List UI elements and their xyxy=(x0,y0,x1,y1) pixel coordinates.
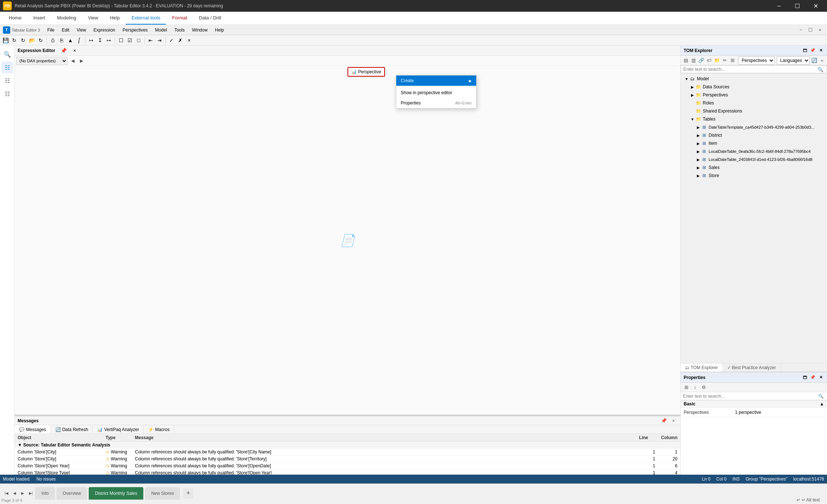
tab-macros[interactable]: ⚡ Macros xyxy=(144,425,174,434)
props-close-btn[interactable]: ✕ xyxy=(817,374,824,381)
menu-expression[interactable]: Expression xyxy=(91,27,118,33)
tree-toggle-store[interactable]: ▶ xyxy=(695,173,701,179)
toolbar-btn-align2[interactable]: ⇥ xyxy=(155,36,163,44)
tree-item-localdatetable1[interactable]: ▶ ⊞ LocalDateTable_0eafa36c-5fc2-4b6f-84… xyxy=(681,147,827,155)
window-controls[interactable]: – ☐ ✕ xyxy=(771,0,824,12)
menu-model[interactable]: Model xyxy=(152,27,170,33)
toolbar-btn-8[interactable]: ▲ xyxy=(66,36,74,44)
sidebar-icon-search[interactable]: 🔍 xyxy=(1,48,13,60)
page-nav-next[interactable]: ▶ xyxy=(19,488,26,499)
context-menu-create[interactable]: Create ▶ xyxy=(396,76,476,86)
tom-explorer-close-btn[interactable]: ✕ xyxy=(817,47,824,54)
tom-explorer-dock-btn[interactable]: 🗔 xyxy=(801,47,808,54)
messages-header-btns[interactable]: 📌 × xyxy=(660,417,677,425)
group-toggle[interactable]: ▼ xyxy=(18,442,22,448)
tree-toggle-model[interactable]: ▼ xyxy=(684,76,690,82)
page-nav-first[interactable]: |◀ xyxy=(3,488,10,499)
tree-toggle-tables[interactable]: ▼ xyxy=(690,116,695,122)
add-page-button[interactable]: + xyxy=(183,488,193,499)
toolbar-btn-13[interactable]: ☐ xyxy=(117,36,125,44)
tab-data-refresh[interactable]: 🔄 Data Refresh xyxy=(51,425,93,434)
tom-btn-columns[interactable]: ⊞ xyxy=(729,56,736,65)
sidebar-icon-grid[interactable]: ☷ xyxy=(1,62,13,73)
toolbar-btn-3[interactable]: ↻ xyxy=(19,36,27,44)
tab-format[interactable]: Format xyxy=(166,12,193,25)
menu-window[interactable]: Window xyxy=(189,27,211,33)
tree-item-perspectives[interactable]: ▶ 📁 Perspectives xyxy=(681,91,827,99)
perspective-context-trigger[interactable]: 📊 Perspective xyxy=(348,67,385,77)
minimize-button[interactable]: – xyxy=(771,0,787,12)
context-menu-properties[interactable]: Properties Alt+Enter xyxy=(396,98,476,108)
tab-new-stores[interactable]: New Stores xyxy=(145,487,180,500)
tab-overview[interactable]: Overview xyxy=(56,487,87,500)
tom-search-input[interactable] xyxy=(683,67,815,72)
tree-item-datetabletemplate[interactable]: ▶ ⊞ DateTableTemplate_ca45d427-b349-4299… xyxy=(681,123,827,131)
tab-messages[interactable]: 💬 Messages xyxy=(15,425,51,434)
tree-item-district[interactable]: ▶ ⊞ District xyxy=(681,131,827,139)
page-nav-last[interactable]: ▶| xyxy=(27,488,34,499)
props-dock-btn[interactable]: 🗔 xyxy=(801,374,808,381)
tom-btn-3[interactable]: 🔗 xyxy=(698,56,705,65)
tom-tab-explorer[interactable]: 🗂 TOM Explorer xyxy=(681,364,723,372)
toolbar-btn-1[interactable]: 💾 xyxy=(1,36,10,44)
tree-item-store[interactable]: ▶ ⊞ Store xyxy=(681,172,827,180)
tree-toggle-district[interactable]: ▶ xyxy=(695,132,701,138)
tree-toggle-ldt2[interactable]: ▶ xyxy=(695,157,701,162)
menu-help[interactable]: Help xyxy=(212,27,227,33)
te-minimize-btn[interactable]: − xyxy=(797,26,805,34)
tree-item-tables[interactable]: ▼ 📁 Tables xyxy=(681,115,827,123)
toolbar-btn-6[interactable]: ⎙ xyxy=(49,36,57,44)
messages-close-btn[interactable]: × xyxy=(669,417,677,425)
tab-info[interactable]: Info xyxy=(35,487,55,500)
menu-file[interactable]: File xyxy=(44,27,57,33)
tree-toggle-sales[interactable]: ▶ xyxy=(695,165,701,170)
tree-item-item[interactable]: ▶ ⊞ Item xyxy=(681,139,827,147)
tree-toggle-ldt1[interactable]: ▶ xyxy=(695,148,701,154)
tom-tab-bpa[interactable]: ✓ Best Practice Analyzer xyxy=(723,364,781,372)
props-btn-1[interactable]: ⊞ xyxy=(682,383,690,391)
toolbar-btn-5[interactable]: ↻ xyxy=(37,36,45,44)
close-button[interactable]: ✕ xyxy=(807,0,824,12)
tom-btn-refresh[interactable]: 🔄 xyxy=(811,56,817,65)
toolbar-btn-11[interactable]: ↧ xyxy=(96,36,104,44)
page-nav-prev[interactable]: ◀ xyxy=(11,488,18,499)
sidebar-icon-chart[interactable]: ☷ xyxy=(1,75,13,87)
tom-btn-4[interactable]: 🏷 xyxy=(706,56,713,65)
toolbar-btn-x[interactable]: ✗ xyxy=(176,36,184,44)
expr-selector-dropdown[interactable]: (No DAX properties) xyxy=(16,57,67,65)
props-pin-btn[interactable]: 📌 xyxy=(809,374,816,381)
languages-dropdown[interactable]: Languages xyxy=(777,56,810,65)
toolbar-btn-2[interactable]: ↻ xyxy=(10,36,18,44)
te-window-controls[interactable]: − ☐ × xyxy=(797,26,824,34)
toolbar-btn-7[interactable]: ⎘ xyxy=(58,36,66,44)
props-collapse-icon[interactable]: ▲ xyxy=(820,401,824,406)
tree-item-sales[interactable]: ▶ ⊞ Sales xyxy=(681,163,827,172)
messages-pin-btn[interactable]: 📌 xyxy=(660,417,668,425)
toolbar-btn-14[interactable]: ☑ xyxy=(126,36,134,44)
tab-view[interactable]: View xyxy=(82,12,104,25)
props-search-input[interactable] xyxy=(683,394,815,399)
toolbar-btn-check[interactable]: ✓ xyxy=(168,36,176,44)
menu-view[interactable]: View xyxy=(74,27,89,33)
tree-toggle-shared[interactable] xyxy=(690,108,695,114)
tab-help[interactable]: Help xyxy=(104,12,126,25)
tab-insert[interactable]: Insert xyxy=(27,12,51,25)
te-restore-btn[interactable]: ☐ xyxy=(806,26,815,34)
tree-toggle-roles[interactable] xyxy=(690,100,695,106)
tree-item-shared-expressions[interactable]: 📁 Shared Expressions xyxy=(681,107,827,115)
toolbar-btn-12[interactable]: ↦ xyxy=(105,36,113,44)
expr-close-btn[interactable]: × xyxy=(71,47,79,55)
tab-home[interactable]: Home xyxy=(3,12,27,25)
tom-explorer-pin-btn[interactable]: 📌 xyxy=(809,47,816,54)
tree-item-model[interactable]: ▼ 🗂 Model xyxy=(681,75,827,83)
tab-modeling[interactable]: Modeling xyxy=(51,12,82,25)
tree-item-roles[interactable]: 📁 Roles xyxy=(681,99,827,107)
menu-edit[interactable]: Edit xyxy=(59,27,72,33)
tom-btn-6[interactable]: ✏ xyxy=(721,56,728,65)
tree-item-datasources[interactable]: ▶ 📁 Data Sources xyxy=(681,83,827,91)
tab-data-drill[interactable]: Data / Drill xyxy=(193,12,227,25)
tree-toggle-perspectives[interactable]: ▶ xyxy=(690,92,695,98)
alt-text-button[interactable]: ↵ ↵ Alt text xyxy=(792,497,824,503)
menu-perspectives[interactable]: Perspectives xyxy=(120,27,151,33)
tree-toggle-dtt[interactable]: ▶ xyxy=(695,124,701,130)
